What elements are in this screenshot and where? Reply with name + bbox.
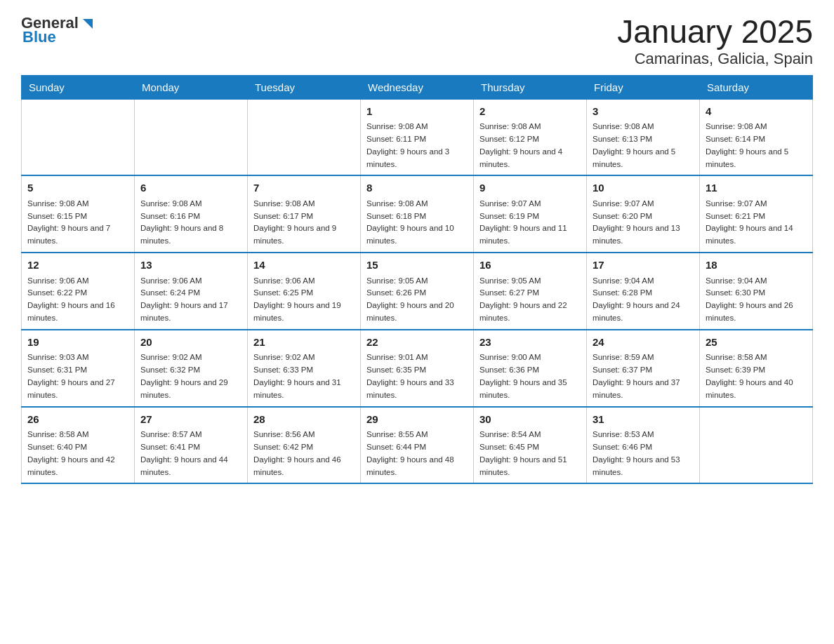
day-number: 23 (479, 335, 581, 351)
calendar-cell: 12Sunrise: 9:06 AM Sunset: 6:22 PM Dayli… (22, 253, 135, 330)
day-number: 24 (593, 335, 694, 351)
day-info: Sunrise: 9:02 AM Sunset: 6:33 PM Dayligh… (253, 351, 355, 401)
day-number: 21 (253, 335, 355, 351)
calendar-week-3: 12Sunrise: 9:06 AM Sunset: 6:22 PM Dayli… (22, 253, 813, 330)
header-saturday: Saturday (700, 75, 813, 99)
day-info: Sunrise: 8:56 AM Sunset: 6:42 PM Dayligh… (253, 429, 355, 478)
day-number: 20 (140, 335, 241, 351)
day-number: 18 (706, 257, 807, 274)
header-monday: Monday (135, 75, 248, 99)
calendar-cell: 16Sunrise: 9:05 AM Sunset: 6:27 PM Dayli… (474, 253, 587, 330)
calendar-week-4: 19Sunrise: 9:03 AM Sunset: 6:31 PM Dayli… (22, 330, 813, 407)
header-tuesday: Tuesday (248, 75, 361, 99)
calendar-cell: 11Sunrise: 9:07 AM Sunset: 6:21 PM Dayli… (700, 175, 813, 253)
calendar-cell: 15Sunrise: 9:05 AM Sunset: 6:26 PM Dayli… (361, 253, 474, 330)
day-number: 8 (366, 180, 468, 196)
calendar-cell: 21Sunrise: 9:02 AM Sunset: 6:33 PM Dayli… (248, 330, 361, 407)
day-info: Sunrise: 9:05 AM Sunset: 6:27 PM Dayligh… (479, 275, 581, 325)
day-number: 30 (479, 412, 581, 428)
day-info: Sunrise: 9:08 AM Sunset: 6:14 PM Dayligh… (706, 121, 807, 170)
calendar-cell: 27Sunrise: 8:57 AM Sunset: 6:41 PM Dayli… (135, 407, 248, 484)
day-info: Sunrise: 9:07 AM Sunset: 6:21 PM Dayligh… (706, 198, 807, 248)
day-number: 4 (706, 104, 807, 120)
calendar-cell (248, 99, 361, 175)
calendar-cell: 6Sunrise: 9:08 AM Sunset: 6:16 PM Daylig… (135, 175, 248, 253)
logo-blue: Blue (22, 28, 56, 46)
calendar-table: Sunday Monday Tuesday Wednesday Thursday… (21, 75, 813, 485)
calendar-cell: 26Sunrise: 8:58 AM Sunset: 6:40 PM Dayli… (22, 407, 135, 484)
calendar-cell: 13Sunrise: 9:06 AM Sunset: 6:24 PM Dayli… (135, 253, 248, 330)
location-title: Camarinas, Galicia, Spain (617, 50, 813, 68)
day-number: 13 (140, 257, 241, 274)
svg-marker-0 (83, 19, 93, 29)
day-info: Sunrise: 9:08 AM Sunset: 6:15 PM Dayligh… (27, 198, 128, 248)
day-info: Sunrise: 9:08 AM Sunset: 6:18 PM Dayligh… (366, 198, 468, 248)
calendar-cell: 28Sunrise: 8:56 AM Sunset: 6:42 PM Dayli… (248, 407, 361, 484)
day-info: Sunrise: 9:08 AM Sunset: 6:11 PM Dayligh… (366, 121, 468, 170)
day-number: 15 (366, 257, 468, 274)
day-number: 25 (706, 335, 807, 351)
calendar-week-5: 26Sunrise: 8:58 AM Sunset: 6:40 PM Dayli… (22, 407, 813, 484)
day-info: Sunrise: 9:03 AM Sunset: 6:31 PM Dayligh… (27, 351, 128, 401)
day-info: Sunrise: 9:06 AM Sunset: 6:22 PM Dayligh… (27, 275, 128, 325)
calendar-cell: 30Sunrise: 8:54 AM Sunset: 6:45 PM Dayli… (474, 407, 587, 484)
day-info: Sunrise: 9:04 AM Sunset: 6:30 PM Dayligh… (706, 275, 807, 325)
day-info: Sunrise: 8:54 AM Sunset: 6:45 PM Dayligh… (479, 429, 581, 478)
calendar-cell: 24Sunrise: 8:59 AM Sunset: 6:37 PM Dayli… (587, 330, 700, 407)
day-info: Sunrise: 8:59 AM Sunset: 6:37 PM Dayligh… (593, 351, 694, 401)
calendar-cell: 20Sunrise: 9:02 AM Sunset: 6:32 PM Dayli… (135, 330, 248, 407)
day-info: Sunrise: 9:07 AM Sunset: 6:19 PM Dayligh… (479, 198, 581, 248)
day-number: 14 (253, 257, 355, 274)
logo-triangle-icon (80, 16, 95, 32)
day-info: Sunrise: 9:02 AM Sunset: 6:32 PM Dayligh… (140, 351, 241, 401)
calendar-cell: 23Sunrise: 9:00 AM Sunset: 6:36 PM Dayli… (474, 330, 587, 407)
day-info: Sunrise: 9:00 AM Sunset: 6:36 PM Dayligh… (479, 351, 581, 401)
calendar-cell (22, 99, 135, 175)
day-number: 29 (366, 412, 468, 428)
day-number: 17 (593, 257, 694, 274)
calendar-cell: 29Sunrise: 8:55 AM Sunset: 6:44 PM Dayli… (361, 407, 474, 484)
day-info: Sunrise: 8:53 AM Sunset: 6:46 PM Dayligh… (593, 429, 694, 478)
calendar-cell: 31Sunrise: 8:53 AM Sunset: 6:46 PM Dayli… (587, 407, 700, 484)
calendar-cell: 4Sunrise: 9:08 AM Sunset: 6:14 PM Daylig… (700, 99, 813, 175)
title-block: January 2025 Camarinas, Galicia, Spain (617, 14, 813, 68)
calendar-week-2: 5Sunrise: 9:08 AM Sunset: 6:15 PM Daylig… (22, 175, 813, 253)
day-info: Sunrise: 9:08 AM Sunset: 6:13 PM Dayligh… (593, 121, 694, 170)
header-friday: Friday (587, 75, 700, 99)
day-number: 3 (593, 104, 694, 120)
day-number: 1 (366, 104, 468, 120)
calendar-cell: 2Sunrise: 9:08 AM Sunset: 6:12 PM Daylig… (474, 99, 587, 175)
day-number: 19 (27, 335, 128, 351)
calendar-cell: 5Sunrise: 9:08 AM Sunset: 6:15 PM Daylig… (22, 175, 135, 253)
day-info: Sunrise: 9:08 AM Sunset: 6:12 PM Dayligh… (479, 121, 581, 170)
day-number: 27 (140, 412, 241, 428)
calendar-cell: 25Sunrise: 8:58 AM Sunset: 6:39 PM Dayli… (700, 330, 813, 407)
calendar-cell: 7Sunrise: 9:08 AM Sunset: 6:17 PM Daylig… (248, 175, 361, 253)
day-number: 22 (366, 335, 468, 351)
month-title: January 2025 (617, 14, 813, 50)
calendar-cell: 10Sunrise: 9:07 AM Sunset: 6:20 PM Dayli… (587, 175, 700, 253)
day-info: Sunrise: 9:08 AM Sunset: 6:16 PM Dayligh… (140, 198, 241, 248)
calendar-cell: 1Sunrise: 9:08 AM Sunset: 6:11 PM Daylig… (361, 99, 474, 175)
day-info: Sunrise: 9:08 AM Sunset: 6:17 PM Dayligh… (253, 198, 355, 248)
calendar-cell: 22Sunrise: 9:01 AM Sunset: 6:35 PM Dayli… (361, 330, 474, 407)
day-number: 5 (27, 180, 128, 196)
day-info: Sunrise: 8:55 AM Sunset: 6:44 PM Dayligh… (366, 429, 468, 478)
calendar-cell: 14Sunrise: 9:06 AM Sunset: 6:25 PM Dayli… (248, 253, 361, 330)
day-info: Sunrise: 9:05 AM Sunset: 6:26 PM Dayligh… (366, 275, 468, 325)
calendar-cell: 17Sunrise: 9:04 AM Sunset: 6:28 PM Dayli… (587, 253, 700, 330)
calendar-cell: 9Sunrise: 9:07 AM Sunset: 6:19 PM Daylig… (474, 175, 587, 253)
day-info: Sunrise: 8:58 AM Sunset: 6:39 PM Dayligh… (706, 351, 807, 401)
day-info: Sunrise: 8:58 AM Sunset: 6:40 PM Dayligh… (27, 429, 128, 478)
page-header: General Blue January 2025 Camarinas, Gal… (21, 14, 813, 68)
calendar-week-1: 1Sunrise: 9:08 AM Sunset: 6:11 PM Daylig… (22, 99, 813, 175)
calendar-cell: 8Sunrise: 9:08 AM Sunset: 6:18 PM Daylig… (361, 175, 474, 253)
day-number: 7 (253, 180, 355, 196)
day-info: Sunrise: 9:07 AM Sunset: 6:20 PM Dayligh… (593, 198, 694, 248)
calendar-cell: 3Sunrise: 9:08 AM Sunset: 6:13 PM Daylig… (587, 99, 700, 175)
header-sunday: Sunday (22, 75, 135, 99)
calendar-cell (700, 407, 813, 484)
day-number: 12 (27, 257, 128, 274)
header-thursday: Thursday (474, 75, 587, 99)
day-info: Sunrise: 9:01 AM Sunset: 6:35 PM Dayligh… (366, 351, 468, 401)
